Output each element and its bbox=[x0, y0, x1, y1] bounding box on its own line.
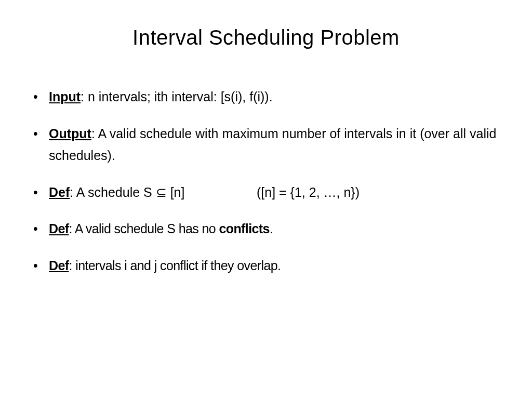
text-input: : n intervals; ith interval: [s(i), f(i)… bbox=[81, 89, 273, 104]
text-def-1-left: : A schedule S ⊆ [n] bbox=[70, 185, 184, 200]
term-output: Output bbox=[49, 126, 91, 141]
bullet-def-schedule: Def: A schedule S ⊆ [n] ([n] = {1, 2, …,… bbox=[31, 181, 511, 204]
text-def-2-before: : A valid schedule S has no bbox=[69, 221, 219, 236]
bullet-list: Input: n intervals; ith interval: [s(i),… bbox=[21, 86, 511, 276]
term-def-1: Def bbox=[49, 185, 70, 200]
bullet-def-conflict: Def: intervals i and j conflict if they … bbox=[31, 255, 511, 277]
bullet-input: Input: n intervals; ith interval: [s(i),… bbox=[31, 86, 511, 108]
slide-title: Interval Scheduling Problem bbox=[21, 26, 511, 49]
text-output: : A valid schedule with maximum number o… bbox=[49, 126, 496, 163]
term-def-2: Def bbox=[49, 221, 69, 236]
term-def-3: Def bbox=[49, 258, 69, 273]
text-def-1-right: ([n] = {1, 2, …, n}) bbox=[257, 185, 360, 200]
bold-conflicts: conflicts bbox=[219, 221, 269, 236]
term-input: Input bbox=[49, 89, 81, 104]
text-def-3: : intervals i and j conflict if they ove… bbox=[69, 258, 281, 273]
text-def-2-after: . bbox=[270, 221, 273, 236]
bullet-def-valid: Def: A valid schedule S has no conflicts… bbox=[31, 218, 511, 240]
bullet-output: Output: A valid schedule with maximum nu… bbox=[31, 123, 511, 167]
